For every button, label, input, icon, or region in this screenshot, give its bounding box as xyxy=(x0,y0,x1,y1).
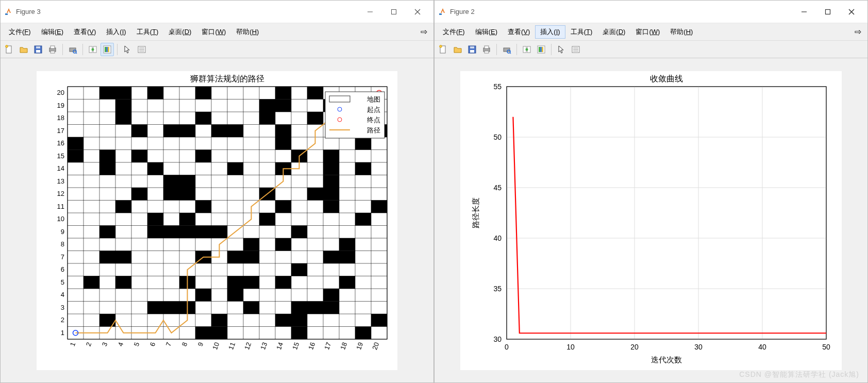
menu-编辑[interactable]: 编辑(E) xyxy=(470,25,503,39)
svg-rect-58 xyxy=(323,149,339,162)
open-icon[interactable] xyxy=(17,43,30,56)
new-file-icon[interactable] xyxy=(437,43,450,56)
svg-rect-56 xyxy=(195,149,211,162)
print-preview-icon[interactable] xyxy=(500,43,513,56)
svg-rect-243 xyxy=(542,47,543,52)
svg-text:30: 30 xyxy=(493,335,502,343)
data-cursor-icon[interactable] xyxy=(569,43,582,56)
svg-rect-46 xyxy=(211,124,227,137)
svg-text:6: 6 xyxy=(61,265,64,273)
svg-rect-108 xyxy=(195,289,211,302)
matlab-icon xyxy=(5,8,13,16)
menu-桌面[interactable]: 桌面(D) xyxy=(163,25,196,39)
path-plot[interactable]: 1234567891011121314151617181920123456789… xyxy=(37,71,397,370)
minimize-button[interactable] xyxy=(792,4,816,20)
close-button[interactable] xyxy=(406,4,429,20)
plot-area: 01020304050303540455055收敛曲线迭代次数路径长度 CSDN… xyxy=(435,58,867,382)
svg-text:20: 20 xyxy=(630,343,639,351)
svg-rect-119 xyxy=(211,314,227,327)
menu-插入[interactable]: 插入(I) xyxy=(101,25,131,39)
svg-rect-248 xyxy=(507,87,826,339)
svg-rect-99 xyxy=(339,251,355,263)
svg-rect-22 xyxy=(108,47,109,52)
insert-colorbar-icon[interactable] xyxy=(535,43,548,56)
open-icon[interactable] xyxy=(451,43,464,56)
svg-rect-35 xyxy=(259,99,275,112)
svg-rect-114 xyxy=(243,301,259,314)
svg-text:40: 40 xyxy=(493,234,502,242)
menu-编辑[interactable]: 编辑(E) xyxy=(36,25,69,39)
new-file-icon[interactable] xyxy=(3,43,16,56)
link-axes-icon[interactable] xyxy=(520,43,533,56)
menu-overflow-icon[interactable]: ⇨ xyxy=(852,27,864,37)
svg-rect-32 xyxy=(275,87,291,99)
close-button[interactable] xyxy=(840,4,863,20)
svg-rect-232 xyxy=(485,46,489,48)
menu-overflow-icon[interactable]: ⇨ xyxy=(418,27,430,37)
menu-工具[interactable]: 工具(T) xyxy=(565,25,598,39)
maximize-button[interactable] xyxy=(382,4,406,20)
svg-text:18: 18 xyxy=(339,341,348,351)
svg-rect-40 xyxy=(195,112,211,125)
minimize-button[interactable] xyxy=(358,4,382,20)
menu-帮助[interactable]: 帮助(H) xyxy=(231,25,264,39)
link-axes-icon[interactable] xyxy=(86,43,99,56)
matlab-icon xyxy=(439,8,447,16)
svg-text:35: 35 xyxy=(493,285,502,293)
data-cursor-icon[interactable] xyxy=(135,43,148,56)
svg-text:10: 10 xyxy=(57,215,64,223)
print-preview-icon[interactable] xyxy=(66,43,79,56)
svg-rect-31 xyxy=(195,87,211,99)
svg-rect-11 xyxy=(51,46,55,48)
svg-text:16: 16 xyxy=(307,341,316,351)
svg-rect-72 xyxy=(307,188,323,201)
save-icon[interactable] xyxy=(465,43,479,56)
svg-rect-0 xyxy=(5,13,8,15)
svg-text:4: 4 xyxy=(116,341,125,347)
titlebar: Figure 2 xyxy=(435,1,867,23)
svg-rect-66 xyxy=(179,175,195,188)
toolbar xyxy=(435,41,867,58)
figure-window-3: Figure 3 文件(F)编辑(E)查看(V)插入(I)工具(T)桌面(D)窗… xyxy=(0,0,434,383)
menu-查看[interactable]: 查看(V) xyxy=(503,25,535,39)
menu-插入[interactable]: 插入(I) xyxy=(535,25,565,39)
svg-rect-111 xyxy=(147,301,163,314)
svg-rect-223 xyxy=(826,9,830,14)
svg-rect-70 xyxy=(179,188,195,201)
print-icon[interactable] xyxy=(480,43,493,56)
svg-text:2: 2 xyxy=(61,316,64,324)
menu-桌面[interactable]: 桌面(D) xyxy=(597,25,630,39)
menubar: 文件(F)编辑(E)查看(V)插入(I)工具(T)桌面(D)窗口(W)帮助(H)… xyxy=(435,23,867,41)
svg-rect-76 xyxy=(275,200,291,213)
window-title: Figure 2 xyxy=(450,8,475,15)
print-icon[interactable] xyxy=(46,43,59,56)
svg-rect-54 xyxy=(99,149,115,162)
svg-rect-105 xyxy=(243,276,259,289)
pointer-icon[interactable] xyxy=(121,43,134,56)
svg-rect-60 xyxy=(147,162,163,175)
svg-rect-115 xyxy=(291,301,307,314)
menu-窗口[interactable]: 窗口(W) xyxy=(196,25,231,39)
save-icon[interactable] xyxy=(31,43,45,56)
menu-文件[interactable]: 文件(F) xyxy=(4,25,36,39)
menu-帮助[interactable]: 帮助(H) xyxy=(665,25,698,39)
svg-rect-36 xyxy=(275,99,291,112)
maximize-button[interactable] xyxy=(816,4,840,20)
svg-rect-64 xyxy=(355,162,371,175)
pointer-icon[interactable] xyxy=(555,43,568,56)
svg-rect-55 xyxy=(131,149,147,162)
svg-text:4: 4 xyxy=(61,291,64,298)
svg-text:11: 11 xyxy=(57,202,64,210)
svg-rect-91 xyxy=(275,238,291,251)
svg-point-18 xyxy=(92,48,94,51)
convergence-plot[interactable]: 01020304050303540455055收敛曲线迭代次数路径长度 xyxy=(460,71,842,370)
svg-text:50: 50 xyxy=(822,343,830,351)
svg-point-227 xyxy=(440,45,442,47)
menu-文件[interactable]: 文件(F) xyxy=(438,25,470,39)
menu-查看[interactable]: 查看(V) xyxy=(69,25,101,39)
svg-rect-124 xyxy=(211,326,227,339)
insert-colorbar-icon[interactable] xyxy=(101,43,114,56)
menu-工具[interactable]: 工具(T) xyxy=(131,25,164,39)
menu-窗口[interactable]: 窗口(W) xyxy=(630,25,665,39)
svg-text:30: 30 xyxy=(694,343,703,351)
